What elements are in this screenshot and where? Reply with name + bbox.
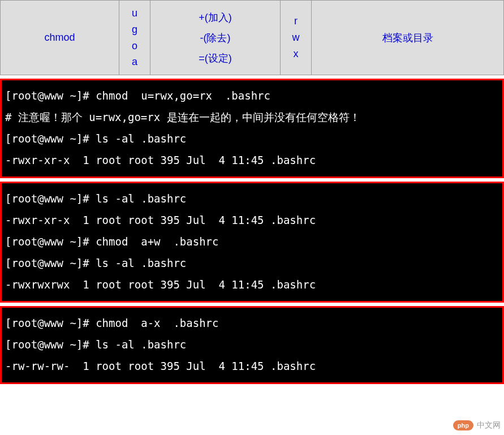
cell-scope: u g o a [119,1,150,75]
chmod-reference-table: chmod u g o a +(加入) -(除去) =(设定) r w x 档案… [0,0,504,75]
mode-w: w [283,29,309,46]
terminal-line: -rwxr-xr-x 1 root root 395 Jul 4 11:45 .… [5,209,499,231]
op-plus: +(加入) [153,7,278,28]
scope-a: a [122,54,148,70]
terminal-block-2: [root@www ~]# ls -al .bashrc -rwxr-xr-x … [0,182,504,303]
terminal-line: [root@www ~]# ls -al .bashrc [5,188,499,209]
terminal-line: [root@www ~]# ls -al .bashrc [5,128,499,149]
terminal-line: [root@www ~]# ls -al .bashrc [5,252,499,274]
mode-r: r [283,13,309,29]
scope-u: u [122,5,148,21]
scope-o: o [122,38,148,54]
scope-g: g [122,21,148,38]
terminal-line: [root@www ~]# ls -al .bashrc [5,334,499,355]
cell-operator: +(加入) -(除去) =(设定) [150,1,281,75]
cell-mode: r w x [281,1,312,75]
terminal-line: -rwxrwxrwx 1 root root 395 Jul 4 11:45 .… [5,274,499,295]
terminal-line: [root@www ~]# chmod u=rwx,go=rx .bashrc [5,85,499,106]
terminal-line: [root@www ~]# chmod a+w .bashrc [5,231,499,252]
terminal-line: -rw-rw-rw- 1 root root 395 Jul 4 11:45 .… [5,355,499,377]
terminal-line: # 注意喔！那个 u=rwx,go=rx 是连在一起的，中间并没有任何空格符！ [5,106,499,128]
terminal-line: [root@www ~]# chmod a-x .bashrc [5,312,499,334]
terminal-examples: [root@www ~]# chmod u=rwx,go=rx .bashrc … [0,79,504,384]
mode-x: x [283,46,309,62]
terminal-line: -rwxr-xr-x 1 root root 395 Jul 4 11:45 .… [5,149,499,171]
terminal-block-1: [root@www ~]# chmod u=rwx,go=rx .bashrc … [0,79,504,178]
cell-command: chmod [1,1,119,75]
cell-target: 档案或目录 [312,1,504,75]
op-equal: =(设定) [153,48,278,68]
op-minus: -(除去) [153,28,278,48]
terminal-block-3: [root@www ~]# chmod a-x .bashrc [root@ww… [0,306,504,384]
